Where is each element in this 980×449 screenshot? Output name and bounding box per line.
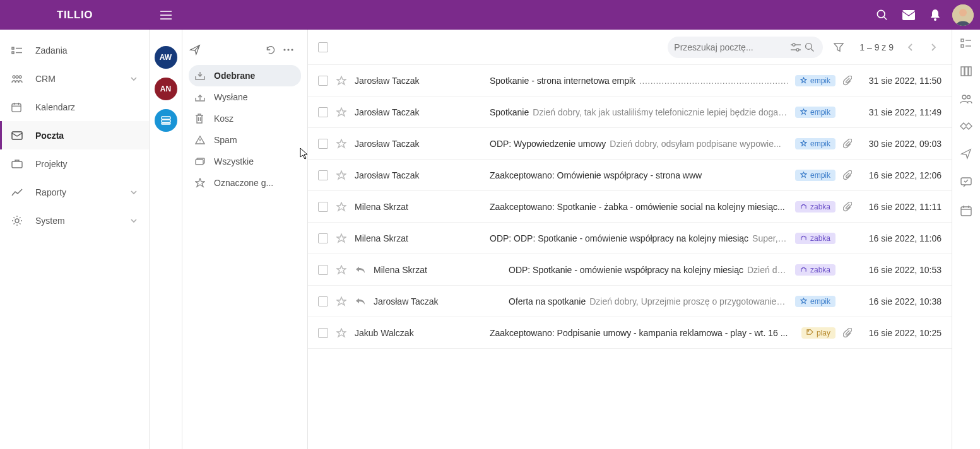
mail-row[interactable]: Milena Skrzat Zaakceptowano: Spotkanie -… xyxy=(308,191,952,223)
rail-contacts-button[interactable] xyxy=(960,94,972,104)
mail-row[interactable]: Jarosław Taczak ODP: Wypowiedzenie umowy… xyxy=(308,128,952,160)
sidebar-item-projekty[interactable]: Projekty xyxy=(0,149,149,178)
search-settings-button[interactable] xyxy=(789,43,803,52)
select-checkbox[interactable] xyxy=(318,265,328,275)
sidebar-item-kalendarz[interactable]: Kalendarz xyxy=(0,93,149,121)
rail-tasks-button[interactable] xyxy=(960,38,972,49)
pager-text: 1 – 9 z 9 xyxy=(859,42,894,52)
mail-row[interactable]: Milena Skrzat ODP: ODP: Spotkanie - omów… xyxy=(308,223,952,254)
mail-row[interactable]: Jarosław Taczak Oferta na spotkanie Dzie… xyxy=(308,286,952,317)
attachment-icon xyxy=(843,139,854,149)
company-tag: play xyxy=(801,327,835,339)
select-checkbox[interactable] xyxy=(318,233,328,243)
sidebar-item-crm[interactable]: CRM xyxy=(0,64,149,93)
calendar-icon xyxy=(960,205,972,216)
select-all-checkbox[interactable] xyxy=(318,42,328,52)
mail-row[interactable]: Jarosław Taczak Spotkanie Dzień dobry, t… xyxy=(308,96,952,128)
reports-icon xyxy=(11,188,27,197)
svg-rect-25 xyxy=(162,123,170,124)
mail-sender: Jarosław Taczak xyxy=(355,170,482,180)
svg-rect-20 xyxy=(12,132,22,139)
sidebar-item-label: Kalendarz xyxy=(35,102,75,112)
compose-button[interactable] xyxy=(182,44,208,55)
chevron-right-icon xyxy=(930,43,936,52)
mail-row[interactable]: Jarosław Taczak Spotkanie - strona inter… xyxy=(308,65,952,96)
star-button[interactable] xyxy=(336,202,347,212)
people-icon xyxy=(960,94,972,104)
star-button[interactable] xyxy=(336,76,347,86)
sidebar-item-system[interactable]: System xyxy=(0,206,149,235)
sidebar-item-label: Projekty xyxy=(35,159,68,169)
star-button[interactable] xyxy=(336,139,347,149)
select-checkbox[interactable] xyxy=(318,107,328,117)
header-search-button[interactable] xyxy=(869,9,895,21)
tag-icon xyxy=(800,172,808,178)
more-actions-button[interactable] xyxy=(280,49,297,51)
select-checkbox[interactable] xyxy=(318,202,328,212)
select-checkbox[interactable] xyxy=(318,328,328,338)
star-button[interactable] xyxy=(336,265,347,275)
folder-item[interactable]: Wysłane xyxy=(189,86,301,108)
folder-item[interactable]: Odebrane xyxy=(189,65,301,86)
mail-row[interactable]: Milena Skrzat ODP: Spotkanie - omówienie… xyxy=(308,254,952,286)
select-checkbox[interactable] xyxy=(318,139,328,149)
sidebar-item-raporty[interactable]: Raporty xyxy=(0,178,149,206)
tag-label: zabka xyxy=(810,265,830,274)
mail-list: Jarosław Taczak Spotkanie - strona inter… xyxy=(308,65,952,449)
calendar-icon xyxy=(11,102,27,112)
star-button[interactable] xyxy=(336,296,347,306)
account-avatar[interactable] xyxy=(155,109,177,132)
spam-icon xyxy=(195,136,209,144)
search-input[interactable] xyxy=(674,42,789,52)
svg-point-28 xyxy=(287,49,289,50)
select-checkbox[interactable] xyxy=(318,76,328,86)
rail-calendar-button[interactable] xyxy=(960,205,972,216)
pager-prev-button[interactable] xyxy=(902,43,919,52)
mail-row[interactable]: Jakub Walczak Zaakceptowano: Podpisanie … xyxy=(308,317,952,349)
select-checkbox[interactable] xyxy=(318,296,328,306)
mail-sender: Jakub Walczak xyxy=(355,328,482,338)
folder-item[interactable]: Oznaczone g... xyxy=(189,172,301,194)
rail-deals-button[interactable] xyxy=(960,122,972,131)
rail-column-button[interactable] xyxy=(960,66,972,76)
user-avatar[interactable] xyxy=(952,4,974,26)
menu-toggle-button[interactable] xyxy=(150,11,182,20)
folder-item[interactable]: Spam xyxy=(189,129,301,151)
search-submit-button[interactable] xyxy=(803,42,817,52)
rail-chat-button[interactable] xyxy=(960,177,972,187)
header-messages-button[interactable] xyxy=(895,10,922,20)
mail-sender: Milena Skrzat xyxy=(374,265,501,275)
subject-area: Spotkanie - strona internetowa empik ...… xyxy=(490,76,788,86)
filter-button[interactable] xyxy=(829,42,848,52)
folder-label: Wysłane xyxy=(214,92,248,102)
folder-label: Oznaczone g... xyxy=(214,178,273,188)
folder-item[interactable]: Wszystkie xyxy=(189,151,301,172)
rail-send-button[interactable] xyxy=(960,148,972,160)
subject-area: Spotkanie Dzień dobry, tak jak ustaliliś… xyxy=(490,107,788,117)
folder-label: Odebrane xyxy=(214,71,255,81)
brand-logo: TILLIO xyxy=(0,9,150,21)
header-notifications-button[interactable] xyxy=(922,9,948,21)
account-avatar[interactable]: AN xyxy=(155,78,177,100)
star-button[interactable] xyxy=(336,233,347,243)
sidebar-item-poczta[interactable]: Poczta xyxy=(0,121,149,149)
sidebar-item-label: Zadania xyxy=(35,45,68,55)
refresh-button[interactable] xyxy=(262,45,280,55)
filter-icon xyxy=(834,42,844,52)
folder-item[interactable]: Kosz xyxy=(189,108,301,129)
star-button[interactable] xyxy=(336,107,347,117)
mail-subject: Zaakceptowano: Omówienie współpracy - st… xyxy=(490,170,702,180)
company-tag: zabka xyxy=(795,264,835,276)
sidebar-item-zadania[interactable]: Zadania xyxy=(0,36,149,64)
star-button[interactable] xyxy=(336,170,347,180)
tag-icon xyxy=(800,298,808,305)
star-button[interactable] xyxy=(336,328,347,338)
crm-icon xyxy=(11,74,27,83)
account-avatar[interactable]: AW xyxy=(155,46,177,69)
mail-row[interactable]: Jarosław Taczak Zaakceptowano: Omówienie… xyxy=(308,160,952,191)
pager-next-button[interactable] xyxy=(925,43,942,52)
svg-point-47 xyxy=(967,96,971,99)
svg-rect-45 xyxy=(969,67,971,76)
tag-label: empik xyxy=(810,76,830,85)
select-checkbox[interactable] xyxy=(318,170,328,180)
